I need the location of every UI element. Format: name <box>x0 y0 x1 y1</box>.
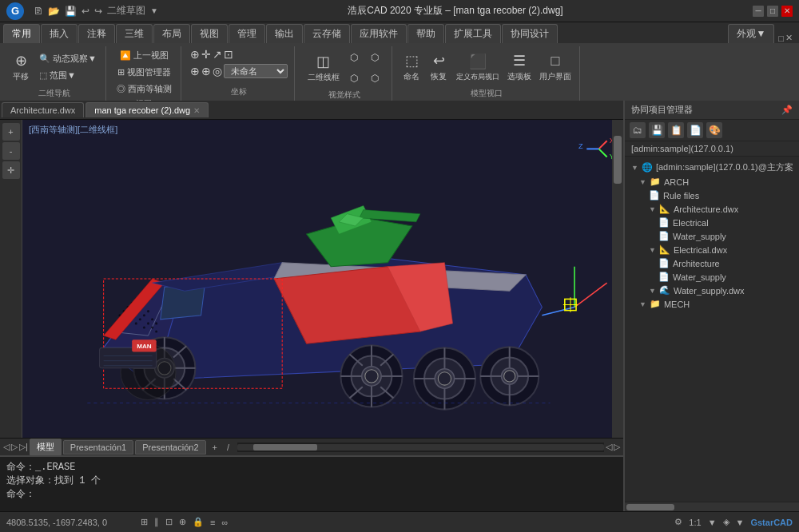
tab-collab[interactable]: 协同设计 <box>502 24 558 43</box>
tab-help[interactable]: 帮助 <box>407 24 444 43</box>
ribbon-close-btn[interactable]: ✕ <box>785 33 793 43</box>
quick-access-redo[interactable]: ↪ <box>94 6 102 17</box>
ribbon-visual-btn4[interactable]: ⬡ <box>365 69 384 88</box>
doc-tab-man-tga[interactable]: man tga recober (2).dwg ✕ <box>85 102 209 117</box>
restore-label: 恢复 <box>431 71 447 82</box>
right-panel-pin[interactable]: 📌 <box>781 105 793 115</box>
ribbon-visual-btn2[interactable]: ⬡ <box>365 48 384 67</box>
statusbar-lineweight[interactable]: ≡ <box>210 518 215 527</box>
tab-layout[interactable]: 布局 <box>153 24 190 43</box>
coords-select[interactable]: 未命名 <box>224 64 288 78</box>
ribbon-btn-pan[interactable]: ⊕ 平移 <box>8 48 34 86</box>
tab-appearance[interactable]: 外观▼ <box>728 24 774 43</box>
ribbon-btn-sw-isometric[interactable]: ◎ 西南等轴测 <box>113 81 176 97</box>
tab-manage[interactable]: 管理 <box>229 24 265 43</box>
right-panel-hscroll[interactable] <box>625 502 799 511</box>
tab-annotation[interactable]: 注释 <box>78 24 115 43</box>
ribbon-btn-ui[interactable]: □ 用户界面 <box>536 48 574 86</box>
ribbon-btn-2dwireframe[interactable]: ◫ 二维线框 <box>304 49 343 87</box>
quick-access-undo[interactable]: ↩ <box>81 6 89 17</box>
ribbon-btns-coords: ⊕ ✛ ↗ ⊡ ⊕ ⊕ ◎ 未命名 <box>190 48 288 85</box>
tab-apps[interactable]: 应用软件 <box>351 24 407 43</box>
command-input[interactable] <box>38 489 617 500</box>
nav-btn-zoom-in[interactable]: + <box>2 123 20 141</box>
statusbar-scale-dropdown[interactable]: ▼ <box>708 518 717 527</box>
ribbon-btn-prev-view[interactable]: 🔼 上一视图 <box>116 48 173 63</box>
tree-arch-folder[interactable]: ▼ 📁 ARCH <box>625 175 799 189</box>
model-tab-model[interactable]: 模型 <box>30 439 62 455</box>
panel-btn-5[interactable]: 🎨 <box>706 122 722 138</box>
model-tab-pres1[interactable]: Presentación1 <box>63 440 133 455</box>
panel-btn-1[interactable]: 🗂 <box>630 122 646 138</box>
tree-water-supply-ref[interactable]: 📄 Water_supply <box>625 229 799 243</box>
svg-point-16 <box>139 318 141 320</box>
tree-elec-dwx-expand: ▼ <box>649 246 656 254</box>
tree-water-supply-dwx[interactable]: ▼ 🌊 Water_supply.dwx <box>625 284 799 297</box>
statusbar-polar[interactable]: ⊕ <box>179 517 186 527</box>
quick-access-new[interactable]: 🖹 <box>34 6 43 17</box>
model-tab-scroll-left[interactable]: ◁ <box>606 442 612 452</box>
quick-access-open[interactable]: 📂 <box>48 6 60 17</box>
tab-ext-tools[interactable]: 扩展工具 <box>445 24 501 43</box>
ribbon-btn-view-mgr[interactable]: ⊞ 视图管理器 <box>113 65 175 80</box>
ribbon-btn-palette[interactable]: ☰ 选项板 <box>504 48 535 86</box>
tab-3d[interactable]: 三维 <box>116 24 153 43</box>
ribbon-visual-btn1[interactable]: ⬡ <box>344 48 364 67</box>
tree-electrical-dwx[interactable]: ▼ 📐 Electrical.dwx <box>625 243 799 256</box>
tab-output[interactable]: 输出 <box>266 24 303 43</box>
ribbon-btn-def-layout-viewport[interactable]: ⬛ 定义布局视口 <box>453 48 503 86</box>
tree-rule-icon: 📄 <box>649 190 660 200</box>
model-tab-prev[interactable]: ▷ <box>11 442 18 452</box>
viewport-vscroll[interactable] <box>612 120 623 438</box>
maximize-button[interactable]: □ <box>767 6 778 17</box>
canvas-area[interactable]: [西南等轴测][二维线框] <box>22 120 623 438</box>
model-tab-next[interactable]: ▷| <box>19 442 28 452</box>
tree-water-supply-2-ref[interactable]: 📄 Water_supply <box>625 270 799 284</box>
ribbon-btn-dynamic-view[interactable]: 🔍 动态观察▼ <box>35 51 101 66</box>
nav-btn-zoom-out[interactable]: - <box>2 142 20 160</box>
panel-btn-4[interactable]: 📄 <box>687 122 703 138</box>
minimize-button[interactable]: ─ <box>753 6 764 17</box>
quick-access-dropdown[interactable]: ▼ <box>150 6 158 15</box>
statusbar-transparency[interactable]: ∞ <box>221 518 228 527</box>
model-tab-add[interactable]: + <box>208 441 222 454</box>
ribbon-btn-extent[interactable]: ⬚ 范围▼ <box>35 68 101 83</box>
model-tab-scroll-right[interactable]: ▷ <box>614 442 620 452</box>
statusbar-scale[interactable]: 1:1 <box>689 518 701 527</box>
model-tab-prev-prev[interactable]: ◁ <box>3 442 10 452</box>
tab-changyon[interactable]: 常用 <box>3 24 40 43</box>
tab-cloud[interactable]: 云存储 <box>304 24 350 43</box>
vscroll-thumb <box>614 136 622 184</box>
ribbon-btn-name-viewport[interactable]: ⬚ 命名 <box>399 48 424 86</box>
model-tab-pres2[interactable]: Presentación2 <box>135 440 205 455</box>
ribbon-visual-btn3[interactable]: ⬡ <box>344 69 364 88</box>
statusbar-settings[interactable]: ⚙ <box>674 517 682 527</box>
tree-root[interactable]: ▼ 🌐 [admin:sample](127.0.0.1)@主方案 <box>625 160 799 175</box>
ribbon-btn-restore[interactable]: ↩ 恢复 <box>426 48 451 86</box>
tabs-bar: Architecture.dwx man tga recober (2).dwg… <box>0 101 623 120</box>
tab-insert[interactable]: 插入 <box>41 24 78 43</box>
statusbar-lock[interactable]: 🔒 <box>193 517 204 527</box>
tree-architecture-dwx[interactable]: ▼ 📐 Architecture.dwx <box>625 202 799 216</box>
close-button[interactable]: ✕ <box>781 6 793 17</box>
tree-mech-folder[interactable]: ▼ 📁 MECH <box>625 297 799 311</box>
panel-btn-3[interactable]: 📋 <box>668 122 684 138</box>
statusbar-grid[interactable]: ⊞ <box>141 517 148 527</box>
doc-tab-close-icon[interactable]: ✕ <box>193 106 200 115</box>
tree-architecture-ref[interactable]: 📄 Architecture <box>625 256 799 270</box>
statusbar-snap[interactable]: ∥ <box>154 517 159 527</box>
doc-tab-architecture[interactable]: Architecture.dwx <box>2 102 84 117</box>
statusbar-ortho[interactable]: ⊡ <box>165 517 173 527</box>
right-panel-title: 协同项目管理器 📌 <box>625 101 799 120</box>
tab-view[interactable]: 视图 <box>191 24 228 43</box>
model-tab-slash[interactable]: / <box>224 441 233 454</box>
tree-electrical-ref[interactable]: 📄 Electrical <box>625 216 799 229</box>
tree-rule-files[interactable]: 📄 Rule files <box>625 189 799 202</box>
quick-access-save[interactable]: 💾 <box>65 6 77 17</box>
ribbon-minimize-btn[interactable]: □ <box>778 34 784 43</box>
quick-access-2ddraft[interactable]: 二维草图 <box>107 4 145 18</box>
panel-btn-2[interactable]: 💾 <box>649 122 665 138</box>
statusbar-annotate[interactable]: ◈ <box>723 517 729 527</box>
nav-btn-pan[interactable]: ✛ <box>2 161 20 179</box>
statusbar-annotate-dropdown[interactable]: ▼ <box>736 518 745 527</box>
